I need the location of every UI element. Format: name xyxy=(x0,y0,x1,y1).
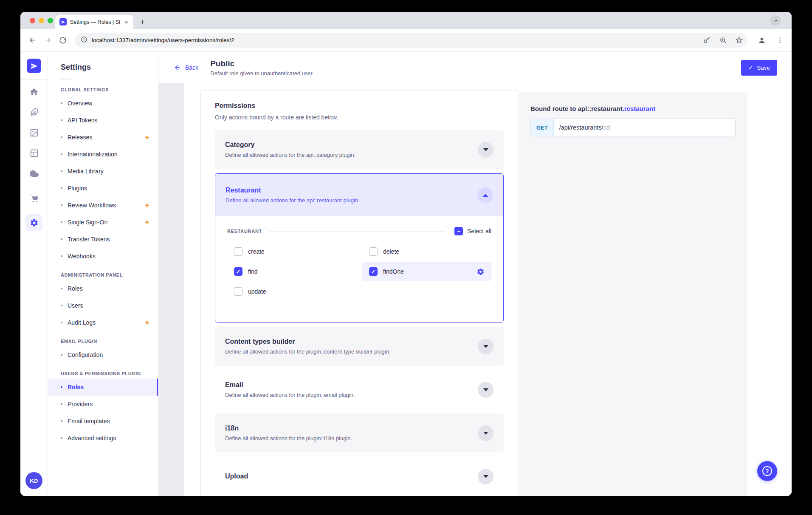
sidebar-item-releases[interactable]: Releases xyxy=(48,129,158,146)
browser-menu-dots-icon[interactable] xyxy=(773,34,787,47)
delete-checkbox[interactable] xyxy=(369,247,378,256)
forward-nav-icon[interactable] xyxy=(41,34,54,47)
browser-window: Settings — Roles | Strapi × + xyxy=(20,12,792,496)
password-key-icon[interactable] xyxy=(701,34,713,46)
user-avatar[interactable]: KD xyxy=(25,472,42,489)
settings-gear-icon[interactable] xyxy=(25,214,42,231)
cloud-deploy-icon[interactable] xyxy=(25,165,42,182)
bullet-icon xyxy=(61,238,62,240)
reload-icon[interactable] xyxy=(56,34,70,47)
bookmark-star-icon[interactable] xyxy=(733,34,745,46)
back-arrow-icon xyxy=(174,64,181,71)
page-title: Public xyxy=(210,59,314,68)
accordion-email: Email Define all allowed actions for the… xyxy=(215,370,504,409)
browser-tab[interactable]: Settings — Roles | Strapi × xyxy=(55,15,133,29)
find-checkbox[interactable]: ✓ xyxy=(234,267,242,276)
sidebar-item-overview[interactable]: Overview xyxy=(48,95,158,112)
sidebar-item-audit-logs[interactable]: Audit Logs xyxy=(48,314,158,331)
accordion-restaurant-header[interactable]: Restaurant Define all allowed actions fo… xyxy=(215,174,503,216)
accordion-email-header[interactable]: Email Define all allowed actions for the… xyxy=(215,370,504,409)
strapi-favicon-icon xyxy=(59,18,67,25)
strapi-logo[interactable] xyxy=(27,59,41,73)
sidebar-item-label: Webhooks xyxy=(68,253,96,260)
nav-rail: KD xyxy=(20,52,48,496)
lightning-bolt-icon xyxy=(144,134,150,141)
home-icon[interactable] xyxy=(25,83,42,100)
sidebar-item-api-tokens[interactable]: API Tokens xyxy=(48,112,158,129)
zoom-in-icon[interactable] xyxy=(717,34,729,46)
profile-avatar-icon[interactable] xyxy=(755,34,769,47)
section-label-users-permissions-plugin: USERS & PERMISSIONS PLUGIN xyxy=(48,371,158,376)
permissions-title: Permissions xyxy=(215,102,504,110)
advanced-settings-gear-icon[interactable] xyxy=(476,268,485,276)
sidebar-item-email-templates[interactable]: Email templates xyxy=(48,413,158,430)
sidebar-item-internationalization[interactable]: Internationalization xyxy=(48,146,158,163)
sidebar-item-label: Releases xyxy=(68,134,92,141)
back-nav-icon[interactable] xyxy=(25,34,39,47)
sidebar-item-review-workflows[interactable]: Review Workflows xyxy=(48,197,158,214)
bound-route-title: Bound route to api::restaurant.restauran… xyxy=(530,105,736,112)
site-info-icon[interactable] xyxy=(81,36,87,45)
sidebar-item-up-roles[interactable]: Roles xyxy=(48,379,158,396)
sidebar-item-configuration[interactable]: Configuration xyxy=(48,346,158,363)
content-type-builder-icon[interactable] xyxy=(25,144,42,161)
close-window-button[interactable] xyxy=(30,18,35,23)
url-text[interactable]: localhost:1337/admin/settings/users-perm… xyxy=(92,37,696,43)
bullet-icon xyxy=(61,187,62,189)
minimize-window-button[interactable] xyxy=(39,18,44,23)
tab-close-icon[interactable]: × xyxy=(124,18,129,26)
media-library-icon[interactable] xyxy=(25,124,42,141)
accordion-title: Upload xyxy=(225,473,478,480)
url-bar[interactable]: localhost:1337/admin/settings/users-perm… xyxy=(75,33,747,48)
sidebar-item-media-library[interactable]: Media Library xyxy=(48,163,158,180)
sidebar-item-label: Overview xyxy=(68,100,92,107)
chevron-down-icon[interactable] xyxy=(478,339,493,354)
title-block: Public Default role given to unauthentic… xyxy=(210,59,314,76)
chevron-down-icon[interactable] xyxy=(478,425,493,441)
sidebar-item-label: Providers xyxy=(68,401,93,407)
maximize-window-button[interactable] xyxy=(48,18,53,23)
bullet-icon xyxy=(61,221,62,223)
action-label: update xyxy=(248,288,266,295)
accordion-upload-header[interactable]: Upload xyxy=(215,457,504,496)
content-feather-icon[interactable] xyxy=(25,104,42,121)
accordion-ctb-header[interactable]: Content types builder Define all allowed… xyxy=(215,327,504,366)
sidebar-item-advanced-settings[interactable]: Advanced settings xyxy=(48,430,158,447)
bullet-icon xyxy=(61,322,62,323)
chevron-up-icon[interactable] xyxy=(477,187,493,203)
accordion-content-types-builder: Content types builder Define all allowed… xyxy=(215,327,504,366)
route-field[interactable]: GET /api/restaurants/:id xyxy=(530,119,736,136)
tab-search-chevron-icon[interactable] xyxy=(770,15,781,25)
chevron-down-icon[interactable] xyxy=(478,469,493,484)
back-link[interactable]: Back xyxy=(174,64,198,71)
bullet-icon xyxy=(61,102,62,104)
update-checkbox[interactable] xyxy=(234,287,242,296)
chevron-down-icon[interactable] xyxy=(478,142,493,158)
bullet-icon xyxy=(61,255,62,257)
sidebar-item-admin-roles[interactable]: Roles xyxy=(48,280,158,297)
sidebar-item-plugins[interactable]: Plugins xyxy=(48,180,158,197)
marketplace-cart-icon[interactable] xyxy=(25,190,42,207)
select-all-checkbox[interactable]: − xyxy=(454,227,463,235)
findone-checkbox[interactable]: ✓ xyxy=(369,267,378,276)
new-tab-button[interactable]: + xyxy=(140,18,145,26)
sidebar-item-users[interactable]: Users xyxy=(48,297,158,314)
sidebar-item-transfer-tokens[interactable]: Transfer Tokens xyxy=(48,231,158,248)
accordion-category-header[interactable]: Category Define all allowed actions for … xyxy=(215,130,504,169)
help-button[interactable]: ? xyxy=(757,461,777,481)
sidebar-item-single-sign-on[interactable]: Single Sign-On xyxy=(48,214,158,231)
accordion-description: Define all allowed actions for the plugi… xyxy=(225,392,478,398)
accordion-i18n-header[interactable]: i18n Define all allowed actions for the … xyxy=(215,413,504,453)
left-gutter xyxy=(158,83,184,496)
actions-grid: create delete ✓ find xyxy=(227,242,491,301)
group-label: RESTAURANT xyxy=(227,229,262,234)
subnav-title: Settings xyxy=(48,63,158,72)
create-checkbox[interactable] xyxy=(234,247,242,256)
save-button[interactable]: ✓ Save xyxy=(741,60,777,76)
sidebar-item-providers[interactable]: Providers xyxy=(48,396,158,413)
sidebar-item-label: Media Library xyxy=(68,168,104,175)
sidebar-item-webhooks[interactable]: Webhooks xyxy=(48,248,158,265)
chevron-down-icon[interactable] xyxy=(478,382,493,398)
accordion-title: Restaurant xyxy=(226,187,477,194)
action-delete: delete xyxy=(362,242,491,261)
